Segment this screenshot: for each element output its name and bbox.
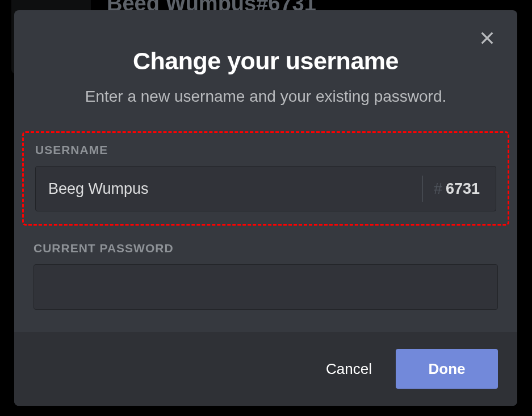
discriminator-box: # 6731 — [422, 167, 496, 211]
username-input[interactable] — [36, 167, 422, 211]
password-label: CURRENT PASSWORD — [33, 242, 498, 255]
change-username-modal: Change your username Enter a new usernam… — [14, 10, 517, 406]
form-section: USERNAME # 6731 CURRENT PASSWORD — [33, 131, 498, 310]
hash-icon: # — [434, 180, 442, 198]
done-button[interactable]: Done — [396, 349, 498, 389]
password-section: CURRENT PASSWORD — [33, 242, 498, 310]
discriminator-value: 6731 — [446, 180, 480, 198]
modal-title: Change your username — [33, 47, 498, 75]
username-highlight: USERNAME # 6731 — [22, 131, 509, 226]
cancel-button[interactable]: Cancel — [317, 350, 381, 388]
modal-footer: Cancel Done — [14, 332, 517, 406]
username-label: USERNAME — [35, 143, 496, 157]
close-icon — [478, 29, 496, 47]
close-button[interactable] — [476, 27, 498, 49]
modal-body: Change your username Enter a new usernam… — [14, 10, 517, 332]
username-input-row: # 6731 — [35, 166, 496, 211]
password-input[interactable] — [33, 264, 498, 310]
modal-subtitle: Enter a new username and your existing p… — [33, 88, 498, 106]
